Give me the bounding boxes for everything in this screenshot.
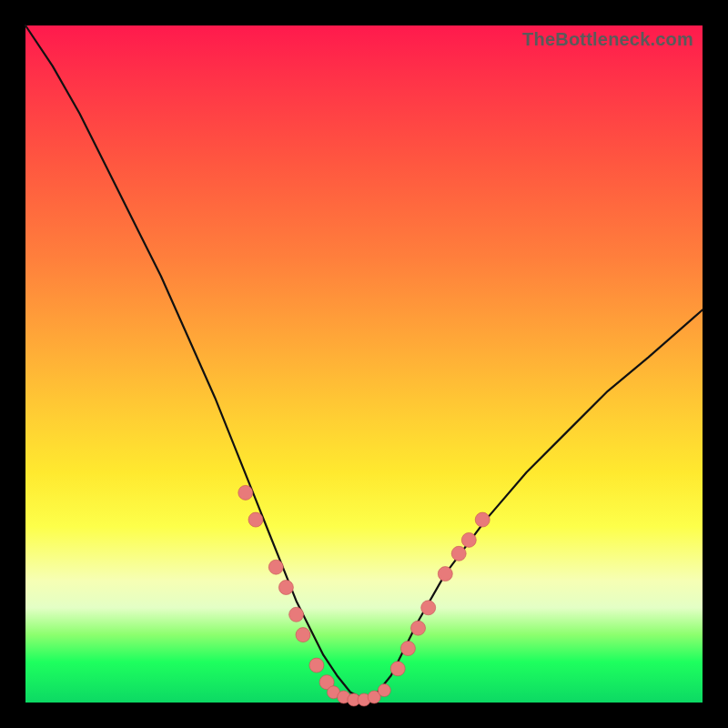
curve-dot bbox=[268, 560, 283, 574]
chart-plot-area: TheBottleneck.com bbox=[25, 25, 703, 703]
curve-dot bbox=[400, 642, 415, 656]
curve-dot bbox=[475, 512, 490, 527]
bottleneck-curve-svg bbox=[25, 25, 703, 703]
curve-dot bbox=[411, 621, 426, 635]
curve-dot bbox=[309, 658, 324, 672]
bottleneck-curve-path bbox=[25, 25, 703, 699]
curve-dot bbox=[451, 546, 466, 561]
curve-dot bbox=[378, 684, 390, 697]
curve-dot bbox=[248, 512, 263, 527]
curve-dot bbox=[289, 607, 304, 622]
curve-dot bbox=[438, 567, 452, 581]
curve-dot bbox=[296, 628, 310, 642]
curve-dots-bottom bbox=[328, 684, 391, 706]
chart-frame: TheBottleneck.com bbox=[0, 0, 728, 728]
curve-dot bbox=[461, 532, 476, 547]
curve-dots-right bbox=[390, 512, 490, 676]
curve-dot bbox=[421, 601, 436, 615]
curve-dot bbox=[238, 485, 253, 500]
curve-dot bbox=[278, 581, 293, 595]
curve-dot bbox=[390, 662, 405, 676]
curve-dots-left bbox=[238, 485, 334, 689]
